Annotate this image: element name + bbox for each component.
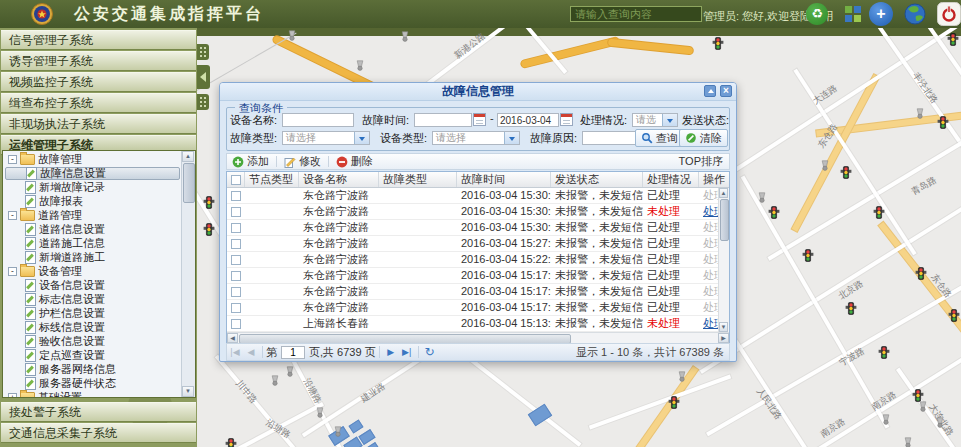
table-row[interactable]: 东仓路宁波路2016-03-04 15:22:50未报警，未发短信已处理处理 [227, 252, 719, 268]
table-row[interactable]: 东仓路宁波路2016-03-04 15:27:00未报警，未发短信已处理处理 [227, 236, 719, 252]
scroll-down-icon[interactable]: ▼ [719, 322, 728, 332]
traffic-signal-icon[interactable] [840, 166, 852, 182]
chevron-down-icon[interactable] [662, 114, 677, 126]
traffic-signal-icon[interactable] [937, 116, 949, 132]
camera-icon[interactable] [400, 31, 410, 45]
cell-operation-link[interactable]: 处理 [699, 316, 719, 331]
tree-scrollbar[interactable]: ▲ ▼ [181, 151, 195, 397]
camera-icon[interactable] [881, 414, 891, 428]
table-row[interactable]: 东仓路宁波路2016-03-04 15:30:00未报警，未发短信已处理处理 [227, 188, 719, 204]
row-checkbox[interactable] [231, 239, 241, 249]
row-checkbox[interactable] [231, 191, 241, 201]
calendar-icon[interactable] [473, 113, 486, 126]
add-button[interactable]: 添加 [227, 154, 274, 169]
tree-item[interactable]: 护栏信息设置 [5, 307, 180, 320]
dialog-title-bar[interactable]: 故障信息管理 [220, 83, 736, 101]
row-checkbox[interactable] [231, 271, 241, 281]
traffic-signal-icon[interactable] [668, 396, 680, 412]
camera-icon[interactable] [915, 108, 925, 122]
recycle-icon[interactable]: ♻ [806, 3, 828, 25]
sidebar-panel-2[interactable]: 视频监控子系统 [1, 72, 196, 92]
traffic-signal-icon[interactable] [948, 309, 960, 325]
last-page-button[interactable]: ▶| [399, 347, 415, 357]
tree-item[interactable]: 故障信息设置 [5, 167, 180, 180]
row-checkbox[interactable] [231, 319, 241, 329]
edit-button[interactable]: 修改 [279, 154, 326, 169]
sidebar-panel-1[interactable]: 诱导管理子系统 [1, 51, 196, 71]
fault-type-select[interactable]: 请选择 [282, 131, 370, 145]
traffic-signal-icon[interactable] [712, 37, 724, 53]
camera-icon[interactable] [903, 437, 913, 447]
sidebar-panel-bottom-0[interactable]: 接处警子系统 [1, 402, 196, 422]
fault-time-start-input[interactable] [414, 113, 472, 127]
chevron-down-icon[interactable] [354, 132, 369, 144]
tree-expander-icon[interactable]: - [8, 267, 17, 276]
calendar-icon[interactable] [560, 113, 573, 126]
sidebar-grip-icon[interactable] [197, 44, 209, 60]
clear-button[interactable]: 清除 [679, 129, 728, 147]
page-number-input[interactable] [281, 346, 305, 359]
column-header-3[interactable]: 故障类型 [379, 172, 457, 187]
sidebar-collapse-button[interactable] [197, 65, 210, 89]
prev-page-button[interactable]: ◀ [243, 347, 259, 357]
select-all-checkbox[interactable] [231, 175, 241, 185]
device-name-input[interactable] [282, 113, 354, 127]
scroll-up-icon[interactable]: ▲ [182, 151, 194, 162]
device-type-select[interactable]: 请选择 [432, 131, 520, 145]
traffic-signal-icon[interactable] [225, 438, 237, 447]
tree-item[interactable]: -道路管理 [5, 209, 180, 222]
delete-button[interactable]: 删除 [331, 154, 378, 169]
scroll-up-icon[interactable]: ▲ [719, 188, 728, 198]
table-row[interactable]: 上海路长春路2016-03-04 15:13:45未报警，未发短信未处理处理 [227, 316, 719, 332]
table-row[interactable]: 东仓路宁波路2016-03-04 15:17:01未报警，未发短信已处理处理 [227, 284, 719, 300]
row-checkbox[interactable] [231, 255, 241, 265]
traffic-signal-icon[interactable] [878, 346, 890, 362]
table-vertical-scrollbar[interactable]: ▲ ▼ [718, 188, 729, 332]
collapse-dialog-icon[interactable] [704, 85, 716, 97]
tree-item[interactable]: 道路施工信息 [5, 237, 180, 250]
traffic-signal-icon[interactable] [203, 196, 215, 212]
scrollbar-thumb[interactable] [720, 199, 729, 241]
camera-icon[interactable] [918, 401, 928, 415]
tree-item[interactable]: -设备管理 [5, 265, 180, 278]
camera-icon[interactable] [757, 192, 767, 206]
traffic-signal-icon[interactable] [873, 206, 885, 222]
tree-item[interactable]: 道路信息设置 [5, 223, 180, 236]
handle-status-select[interactable]: 请选择 [632, 113, 678, 127]
tree-item[interactable]: 故障报表 [5, 195, 180, 208]
chevron-down-icon[interactable] [504, 132, 519, 144]
tree-item[interactable]: 新增道路施工 [5, 251, 180, 264]
tree-item[interactable]: 新增故障记录 [5, 181, 180, 194]
scrollbar-thumb[interactable] [183, 163, 195, 203]
globe-icon[interactable] [903, 2, 925, 24]
tree-expander-icon[interactable]: - [8, 155, 17, 164]
scroll-left-icon[interactable]: ◀ [227, 333, 238, 343]
tree-item[interactable]: 验收信息设置 [5, 335, 180, 348]
camera-icon[interactable] [820, 160, 830, 174]
sidebar-panel-3[interactable]: 缉查布控子系统 [1, 93, 196, 113]
sidebar-grip-icon[interactable] [197, 94, 209, 110]
tree-expander-icon[interactable]: + [8, 393, 17, 397]
traffic-signal-icon[interactable] [845, 302, 857, 318]
row-checkbox[interactable] [231, 207, 241, 217]
camera-icon[interactable] [677, 371, 687, 385]
tree-item[interactable]: 标线信息设置 [5, 321, 180, 334]
column-header-6[interactable]: 处理情况 [643, 172, 699, 187]
camera-icon[interactable] [935, 417, 945, 431]
query-button[interactable]: 查询 [635, 129, 684, 147]
traffic-signal-icon[interactable] [768, 206, 780, 222]
traffic-signal-icon[interactable] [802, 249, 814, 265]
header-search-input[interactable] [570, 6, 702, 22]
sidebar-panel-0[interactable]: 信号管理子系统 [1, 30, 196, 50]
scroll-right-icon[interactable]: ▶ [718, 333, 729, 343]
refresh-icon[interactable]: ↻ [422, 345, 438, 359]
column-header-7[interactable]: 操作 [699, 172, 729, 187]
column-header-5[interactable]: 发送状态 [551, 172, 643, 187]
table-row[interactable]: 东仓路宁波路2016-03-04 15:30:00未报警，未发短信未处理处理 [227, 204, 719, 220]
cell-operation-link[interactable]: 处理 [699, 204, 719, 219]
camera-icon[interactable] [355, 60, 365, 74]
tree-expander-icon[interactable]: - [8, 211, 17, 220]
table-row[interactable]: 东仓路宁波路2016-03-04 15:17:01未报警，未发短信已处理处理 [227, 300, 719, 316]
tree-item[interactable]: 标志信息设置 [5, 293, 180, 306]
sidebar-panel-bottom-1[interactable]: 交通信息采集子系统 [1, 423, 196, 443]
